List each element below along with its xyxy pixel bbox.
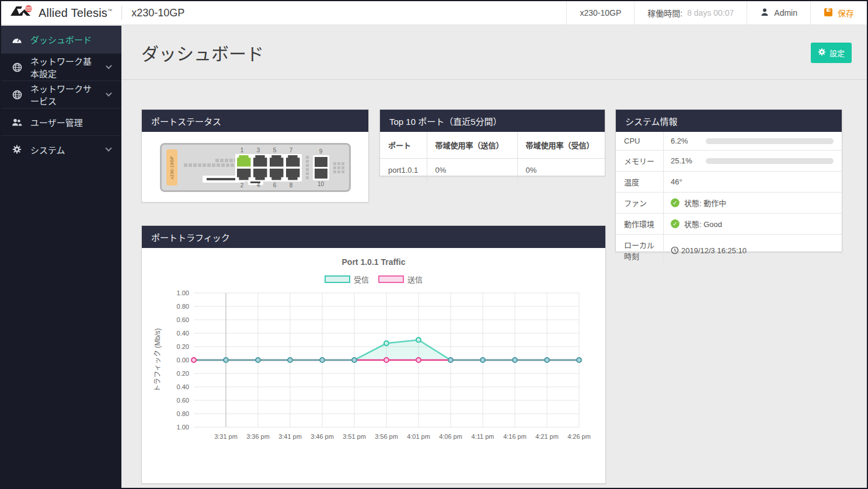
svg-text:0.80: 0.80 xyxy=(177,410,189,417)
port-led xyxy=(341,170,344,173)
port-4[interactable] xyxy=(253,169,267,180)
left-column: ポートステータス x230-10GP13572468910 Top 10 ポート… xyxy=(141,109,605,484)
status-led xyxy=(212,163,215,167)
port-traffic-card: ポートトラフィック Port 1.0.1 Traffic 受信 送信 xyxy=(141,225,606,484)
port-led xyxy=(306,172,309,175)
sidebar-item-label: ユーザー管理 xyxy=(30,116,83,128)
svg-text:0.00: 0.00 xyxy=(177,357,189,364)
chevron-down-icon xyxy=(106,90,111,96)
clock-icon xyxy=(671,246,679,254)
status-led xyxy=(198,163,201,167)
port-led xyxy=(333,170,336,173)
status-led xyxy=(217,163,220,167)
sidebar-item-1[interactable]: ネットワーク基本設定 xyxy=(1,53,121,81)
row-label: ローカル時刻 xyxy=(616,235,664,266)
port-led xyxy=(306,168,309,171)
ports-area: 13572468910 xyxy=(235,147,344,188)
system-info-row-2: 温度46° xyxy=(616,172,842,193)
uplink-ports: 910 xyxy=(313,148,329,187)
port-led xyxy=(306,156,309,159)
legend-send-label: 送信 xyxy=(407,274,423,285)
port-7[interactable] xyxy=(286,155,300,167)
brand-logo: Allied Telesis™ xyxy=(9,4,112,22)
switch-graphic: x230-10GP13572468910 xyxy=(160,143,351,192)
port-5[interactable] xyxy=(270,155,284,167)
topbar-divider xyxy=(121,6,122,20)
sidebar-item-0[interactable]: ダッシュボード xyxy=(1,26,121,53)
dashboard-content: ポートステータス x230-10GP13572468910 Top 10 ポート… xyxy=(121,80,867,484)
system-info-rows: CPU6.2%メモリー25.1%温度46°ファン✓状態: 動作中動作環境✓状態:… xyxy=(616,132,842,266)
svg-text:0.60: 0.60 xyxy=(177,316,189,323)
row-label: メモリー xyxy=(616,151,664,171)
port-status-card-title: ポートステータス xyxy=(142,110,368,132)
main-area: ダッシュボード 設定 xyxy=(121,26,867,488)
globe-icon xyxy=(12,89,22,100)
legend-item-send[interactable]: 送信 xyxy=(378,274,423,285)
copper-ports: 13572468 xyxy=(235,147,302,188)
metric-bar xyxy=(706,138,834,144)
svg-text:4:26 pm: 4:26 pm xyxy=(567,433,591,440)
status-led xyxy=(229,159,233,162)
system-info-row-0: CPU6.2% xyxy=(616,132,842,151)
column-header: 帯域使用率（受信） xyxy=(517,132,605,159)
save-icon xyxy=(824,8,833,19)
svg-text:3:51 pm: 3:51 pm xyxy=(343,433,366,440)
users-icon xyxy=(12,117,22,127)
column-header: 帯域使用率（送信） xyxy=(427,132,517,159)
topbar-device-name: x230-10GP xyxy=(566,1,634,25)
sidebar-item-label: ネットワークサービス xyxy=(30,82,99,107)
table-cell: 0% xyxy=(517,159,605,182)
sidebar-item-label: システム xyxy=(30,144,65,156)
save-label: 保存 xyxy=(838,7,854,19)
legend-item-receive[interactable]: 受信 xyxy=(325,274,369,285)
svg-text:4:16 pm: 4:16 pm xyxy=(503,433,527,440)
receive-swatch-icon xyxy=(325,275,350,283)
port-numbers-top: 1357 xyxy=(235,147,302,153)
port-led xyxy=(306,164,309,167)
local-time-value: 2019/12/3 16:25:10 xyxy=(681,246,747,255)
sidebar-item-3[interactable]: ユーザー管理 xyxy=(1,108,121,135)
sidebar-item-2[interactable]: ネットワークサービス xyxy=(1,81,121,108)
port-1[interactable] xyxy=(237,155,251,167)
status-led xyxy=(184,163,187,167)
port-3[interactable] xyxy=(253,155,267,167)
settings-button[interactable]: 設定 xyxy=(811,43,852,63)
svg-text:3:56 pm: 3:56 pm xyxy=(375,433,398,440)
status-led xyxy=(207,163,211,167)
port-traffic-card-title: ポートトラフィック xyxy=(142,226,605,248)
port-9[interactable] xyxy=(315,157,327,167)
status-led xyxy=(220,159,224,162)
row-label: 動作環境 xyxy=(616,214,664,234)
port-10[interactable] xyxy=(315,169,327,179)
topbar-right: x230-10GP 稼働時間: 8 days 00:07 Admin 保存 xyxy=(566,1,867,25)
status-led xyxy=(203,163,206,167)
uplink-led-grid xyxy=(333,162,344,173)
port-led xyxy=(337,162,340,165)
check-circle-icon: ✓ xyxy=(671,198,679,207)
chevron-down-icon xyxy=(106,63,111,69)
top-cards-row: ポートステータス x230-10GP13572468910 Top 10 ポート… xyxy=(141,109,605,202)
port-8[interactable] xyxy=(286,169,300,180)
sidebar-item-label: ダッシュボード xyxy=(30,33,92,46)
sidebar-item-4[interactable]: システム xyxy=(1,135,121,163)
mid-led-column xyxy=(306,156,309,179)
table-row[interactable]: port1.0.10%0% xyxy=(380,159,605,182)
port-numbers-bottom: 2468 xyxy=(235,182,302,188)
svg-text:4:06 pm: 4:06 pm xyxy=(439,433,462,440)
table-header-row: ポート帯域使用率（送信）帯域使用率（受信） xyxy=(380,132,605,159)
top-ports-card: Top 10 ポート（直近5分間） ポート帯域使用率（送信）帯域使用率（受信）p… xyxy=(379,109,605,176)
save-button[interactable]: 保存 xyxy=(810,1,867,25)
svg-text:4:01 pm: 4:01 pm xyxy=(407,433,430,440)
svg-text:0.20: 0.20 xyxy=(177,343,189,350)
port-6[interactable] xyxy=(270,169,284,180)
user-menu[interactable]: Admin xyxy=(747,1,810,25)
topbar: Allied Telesis™ x230-10GP x230-10GP 稼働時間… xyxy=(1,1,867,25)
column-header: ポート xyxy=(380,132,427,159)
port-led xyxy=(337,170,340,173)
user-name: Admin xyxy=(774,8,797,18)
port-2[interactable] xyxy=(237,169,251,180)
svg-text:0.20: 0.20 xyxy=(177,370,189,377)
svg-text:4:11 pm: 4:11 pm xyxy=(472,433,494,440)
table-cell: port1.0.1 xyxy=(380,159,427,182)
svg-text:0.40: 0.40 xyxy=(177,330,189,337)
